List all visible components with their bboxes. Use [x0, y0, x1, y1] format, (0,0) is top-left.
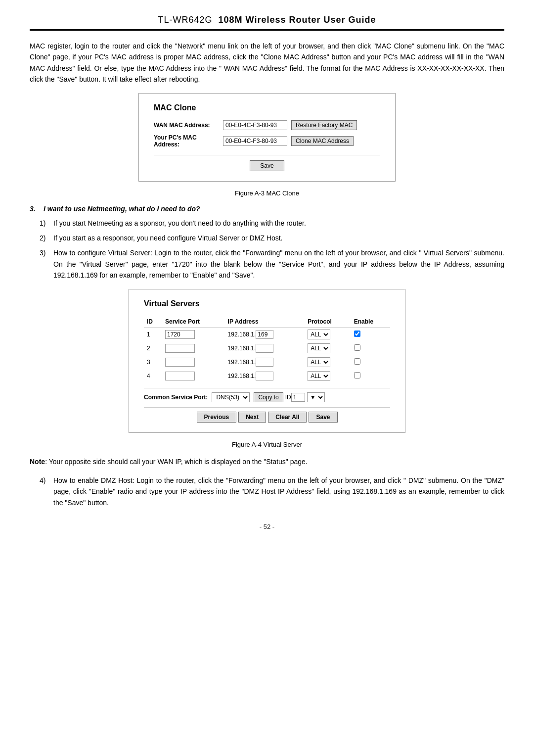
virtual-servers-title: Virtual Servers [144, 299, 390, 308]
save-button[interactable]: Save [309, 412, 337, 423]
point4-text: How to enable DMZ Host: Login to the rou… [53, 475, 504, 508]
cell-ip-address: 192.168.1. [225, 327, 305, 341]
pc-mac-row: Your PC's MAC Address: Clone MAC Address [154, 134, 380, 148]
ip-suffix-input[interactable] [256, 372, 273, 380]
point3-text: How to configure Virtual Server: Login t… [53, 247, 504, 281]
id-dropdown[interactable]: ▼ [307, 392, 325, 402]
pc-mac-input[interactable] [223, 136, 287, 146]
table-row: 4192.168.1.ALL [144, 369, 390, 383]
protocol-select[interactable]: ALL [308, 330, 330, 339]
list-item-4: 4) How to enable DMZ Host: Login to the … [40, 475, 504, 508]
list-item-1: 1) If you start Netmeeting as a sponsor,… [40, 218, 504, 229]
cell-service-port [162, 355, 225, 369]
mac-save-row: Save [154, 155, 380, 171]
common-service-select[interactable]: DNS(53) [212, 392, 250, 402]
enable-checkbox[interactable] [354, 344, 360, 351]
protocol-select[interactable]: ALL [308, 343, 330, 353]
cell-ip-address: 192.168.1. [225, 355, 305, 369]
protocol-select[interactable]: ALL [308, 371, 330, 381]
virtual-servers-table: ID Service Port IP Address Protocol Enab… [144, 316, 390, 383]
common-service-row: Common Service Port: DNS(53) Copy to ID … [144, 388, 390, 402]
point4-num: 4) [40, 475, 53, 508]
col-enable: Enable [351, 316, 390, 328]
ip-suffix-input[interactable] [256, 330, 273, 339]
virtual-server-caption: Figure A-4 Virtual Server [30, 441, 504, 448]
cell-protocol: ALL [305, 369, 351, 383]
list-item-3: 3) How to configure Virtual Server: Logi… [40, 247, 504, 281]
mac-clone-figure: MAC Clone WAN MAC Address: Restore Facto… [138, 93, 396, 182]
question-number: 3. [30, 205, 44, 213]
list-item-2: 2) If you start as a responsor, you need… [40, 233, 504, 243]
cell-protocol: ALL [305, 327, 351, 341]
mac-clone-title: MAC Clone [154, 103, 380, 112]
pc-mac-label: Your PC's MAC Address: [154, 134, 223, 148]
cell-service-port [162, 341, 225, 355]
virtual-servers-figure: Virtual Servers ID Service Port IP Addre… [129, 289, 405, 433]
col-id: ID [144, 316, 162, 328]
cell-enable [351, 327, 390, 341]
ip-suffix-input[interactable] [256, 344, 273, 353]
note-text: : Your opposite side should call your WA… [45, 458, 308, 466]
point2-num: 2) [40, 233, 53, 243]
point4-container: 4) How to enable DMZ Host: Login to the … [40, 475, 504, 508]
question-text: I want to use Netmeeting, what do I need… [44, 205, 200, 213]
wan-mac-input[interactable] [223, 120, 287, 130]
service-port-input[interactable] [165, 330, 195, 339]
ip-suffix-input[interactable] [256, 358, 273, 367]
point2-text: If you start as a responsor, you need co… [53, 233, 504, 243]
col-protocol: Protocol [305, 316, 351, 328]
cell-service-port [162, 369, 225, 383]
cell-id: 1 [144, 327, 162, 341]
common-service-label: Common Service Port: [144, 394, 208, 401]
cell-ip-address: 192.168.1. [225, 341, 305, 355]
service-port-input[interactable] [165, 372, 195, 380]
note-label: Note [30, 458, 45, 466]
point3-num: 3) [40, 247, 53, 281]
note-paragraph: Note: Your opposite side should call you… [30, 456, 504, 467]
mac-save-button[interactable]: Save [250, 160, 284, 171]
wan-mac-label: WAN MAC Address: [154, 122, 223, 129]
intro-paragraph: MAC register, login to the router and cl… [30, 41, 504, 85]
ip-prefix: 192.168.1. [228, 359, 256, 366]
table-row: 3192.168.1.ALL [144, 355, 390, 369]
enable-checkbox[interactable] [354, 358, 360, 365]
wan-mac-row: WAN MAC Address: Restore Factory MAC [154, 120, 380, 130]
mac-clone-caption: Figure A-3 MAC Clone [30, 189, 504, 197]
nav-buttons-row: Previous Next Clear All Save [144, 407, 390, 423]
id-input[interactable] [291, 393, 305, 402]
protocol-select[interactable]: ALL [308, 357, 330, 367]
cell-enable [351, 341, 390, 355]
ip-prefix: 192.168.1. [228, 331, 256, 338]
service-port-input[interactable] [165, 358, 195, 367]
col-service-port: Service Port [162, 316, 225, 328]
header-title: TL-WR642G 108M Wireless Router User Guid… [158, 15, 376, 25]
clear-all-button[interactable]: Clear All [268, 412, 307, 423]
previous-button[interactable]: Previous [197, 412, 237, 423]
enable-checkbox[interactable] [354, 372, 360, 378]
ip-prefix: 192.168.1. [228, 345, 256, 352]
cell-enable [351, 369, 390, 383]
page-number: - 52 - [30, 523, 504, 530]
service-port-input[interactable] [165, 344, 195, 353]
cell-id: 4 [144, 369, 162, 383]
enable-checkbox[interactable] [354, 331, 360, 337]
page-header: TL-WR642G 108M Wireless Router User Guid… [30, 15, 504, 31]
cell-protocol: ALL [305, 355, 351, 369]
id-label: ID [285, 394, 291, 401]
cell-service-port [162, 327, 225, 341]
restore-factory-mac-button[interactable]: Restore Factory MAC [291, 120, 357, 130]
cell-protocol: ALL [305, 341, 351, 355]
table-row: 1192.168.1.ALL [144, 327, 390, 341]
cell-enable [351, 355, 390, 369]
point1-text: If you start Netmeeting as a sponsor, yo… [53, 218, 504, 229]
col-ip-address: IP Address [225, 316, 305, 328]
table-row: 2192.168.1.ALL [144, 341, 390, 355]
point1-num: 1) [40, 218, 53, 229]
cell-id: 2 [144, 341, 162, 355]
cell-id: 3 [144, 355, 162, 369]
clone-mac-address-button[interactable]: Clone MAC Address [291, 136, 354, 146]
copy-to-button[interactable]: Copy to [254, 392, 283, 402]
next-button[interactable]: Next [238, 412, 266, 423]
ip-prefix: 192.168.1. [228, 373, 256, 379]
points-list: 1) If you start Netmeeting as a sponsor,… [40, 218, 504, 281]
